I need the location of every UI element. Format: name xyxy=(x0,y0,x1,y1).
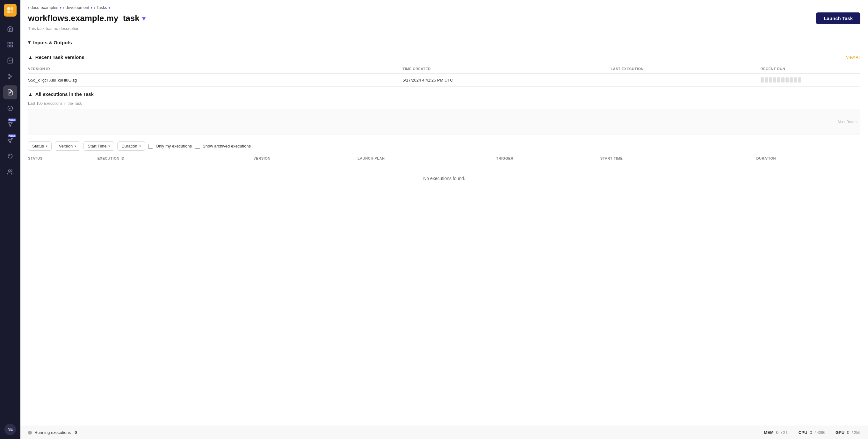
mem-value: 0 xyxy=(776,430,778,435)
svg-line-26 xyxy=(9,140,9,142)
main-content: / docs-examples ▾ / development ▾ / Task… xyxy=(21,0,868,439)
breadcrumb-env[interactable]: development xyxy=(66,5,89,10)
sidebar-item-task-file[interactable] xyxy=(3,85,17,99)
inputs-outputs-header[interactable]: ▾ Inputs & Outputs xyxy=(28,35,860,50)
version-filter-chevron: ▾ xyxy=(74,144,76,148)
gpu-value: 0 xyxy=(847,430,849,435)
sidebar-item-home[interactable] xyxy=(3,22,17,36)
all-executions-header[interactable]: ▲ All executions in the Task xyxy=(28,87,860,101)
view-all-button[interactable]: View All xyxy=(846,55,860,60)
svg-rect-3 xyxy=(10,10,13,13)
sidebar-item-users[interactable] xyxy=(3,165,17,179)
breadcrumb-sep3: / xyxy=(94,5,95,10)
inputs-outputs-label: Inputs & Outputs xyxy=(33,40,72,45)
last-execution-cell xyxy=(611,73,760,87)
show-archived-checkbox[interactable] xyxy=(195,144,200,149)
cpu-stat: CPU 0 / 4096 xyxy=(799,430,825,435)
recent-versions-chevron: ▲ xyxy=(28,55,33,60)
title-dropdown-chevron[interactable]: ▾ xyxy=(142,14,145,22)
sidebar: Alpha Alpha NE xyxy=(0,0,21,439)
launch-task-button[interactable]: Launch Task xyxy=(816,12,860,24)
version-filter-label: Version xyxy=(59,144,73,149)
exec-col-id: EXECUTION ID xyxy=(97,154,254,163)
svg-rect-4 xyxy=(8,42,10,44)
show-archived-filter[interactable]: Show archived executions xyxy=(195,144,251,149)
sidebar-item-refresh[interactable] xyxy=(3,149,17,163)
breadcrumb-sep2: / xyxy=(63,5,64,10)
svg-line-22 xyxy=(10,123,11,126)
svg-point-11 xyxy=(9,77,9,79)
col-last-execution: LAST EXECUTION xyxy=(611,64,760,73)
status-filter-label: Status xyxy=(32,144,44,149)
svg-point-23 xyxy=(8,139,9,140)
running-label: Running executions xyxy=(34,430,71,435)
sidebar-item-alpha-network[interactable]: Alpha xyxy=(3,117,17,131)
user-avatar[interactable]: NE xyxy=(4,424,16,435)
duration-filter-label: Duration xyxy=(121,144,137,149)
mem-total: / 2Ti xyxy=(781,430,788,435)
title-row: workflows.example.my_task ▾ Launch Task xyxy=(28,12,860,24)
no-executions-message: No executions found. xyxy=(28,163,860,194)
status-filter[interactable]: Status ▾ xyxy=(28,142,52,151)
table-row: No executions found. xyxy=(28,163,860,194)
sidebar-item-monitor[interactable] xyxy=(3,101,17,115)
exec-col-version: VERSION xyxy=(253,154,358,163)
duration-filter[interactable]: Duration ▾ xyxy=(117,142,145,151)
breadcrumb-project[interactable]: docs-examples xyxy=(31,5,58,10)
cpu-total: / 4096 xyxy=(815,430,825,435)
filters-row: Status ▾ Version ▾ Start Time ▾ Duration… xyxy=(28,138,860,154)
svg-rect-2 xyxy=(7,10,10,13)
running-count: 0 xyxy=(74,430,77,435)
content-area: / docs-examples ▾ / development ▾ / Task… xyxy=(21,0,868,426)
svg-point-9 xyxy=(9,74,9,75)
inputs-outputs-section: ▾ Inputs & Outputs xyxy=(21,35,868,50)
status-filter-chevron: ▾ xyxy=(46,144,48,148)
breadcrumb: / docs-examples ▾ / development ▾ / Task… xyxy=(28,5,860,10)
svg-rect-1 xyxy=(10,7,13,10)
svg-rect-0 xyxy=(7,7,10,10)
exec-col-status: STATUS xyxy=(28,154,97,163)
alpha-badge-1: Alpha xyxy=(8,119,16,121)
sidebar-item-workflows[interactable] xyxy=(3,69,17,84)
cpu-value: 0 xyxy=(810,430,812,435)
breadcrumb-env-chevron[interactable]: ▾ xyxy=(91,5,93,10)
exec-col-trigger: TRIGGER xyxy=(496,154,600,163)
breadcrumb-project-chevron[interactable]: ▾ xyxy=(60,5,62,10)
sidebar-item-alpha-graph[interactable]: Alpha xyxy=(3,133,17,147)
inputs-outputs-chevron: ▾ xyxy=(28,39,31,45)
start-time-filter-label: Start Time xyxy=(88,144,106,149)
svg-point-30 xyxy=(8,170,10,172)
svg-point-10 xyxy=(11,76,12,77)
only-my-checkbox[interactable] xyxy=(148,144,153,149)
recent-versions-label: Recent Task Versions xyxy=(35,55,85,60)
svg-line-21 xyxy=(9,123,10,126)
sidebar-item-dashboard[interactable] xyxy=(3,38,17,52)
page-title-text: workflows.example.my_task xyxy=(28,13,140,23)
time-created-cell: 5/17/2024 4:41:26 PM UTC xyxy=(402,73,611,87)
cpu-label: CPU xyxy=(799,430,807,435)
sidebar-item-tasks-bag[interactable] xyxy=(3,54,17,67)
alpha-badge-2: Alpha xyxy=(8,134,16,137)
table-row[interactable]: S5q_kTgcFXluFk9HluGizg 5/17/2024 4:41:26… xyxy=(28,73,860,87)
only-my-executions-filter[interactable]: Only my executions xyxy=(148,144,192,149)
svg-rect-7 xyxy=(11,45,13,47)
exec-col-start-time: START TIME xyxy=(600,154,756,163)
version-filter[interactable]: Version ▾ xyxy=(55,142,80,151)
col-time-created: TIME CREATED xyxy=(402,64,611,73)
breadcrumb-section-chevron[interactable]: ▾ xyxy=(108,5,111,10)
svg-line-13 xyxy=(9,77,10,78)
exec-col-launch-plan: LAUNCH PLAN xyxy=(358,154,496,163)
version-id-cell: S5q_kTgcFXluFk9HluGizg xyxy=(28,73,402,87)
all-executions-label: All executions in the Task xyxy=(35,91,94,97)
app-logo[interactable] xyxy=(4,4,17,17)
recent-versions-header[interactable]: ▲ Recent Task Versions View All xyxy=(28,50,860,64)
svg-rect-6 xyxy=(8,45,10,47)
recent-run-cell xyxy=(761,73,860,87)
breadcrumb-section[interactable]: Tasks xyxy=(97,5,107,10)
recent-run-bars xyxy=(761,77,860,83)
running-dot xyxy=(28,431,32,435)
recent-versions-section: ▲ Recent Task Versions View All VERSION … xyxy=(21,50,868,87)
start-time-filter-chevron: ▾ xyxy=(108,144,110,148)
start-time-filter[interactable]: Start Time ▾ xyxy=(84,142,114,151)
svg-point-29 xyxy=(8,154,12,158)
